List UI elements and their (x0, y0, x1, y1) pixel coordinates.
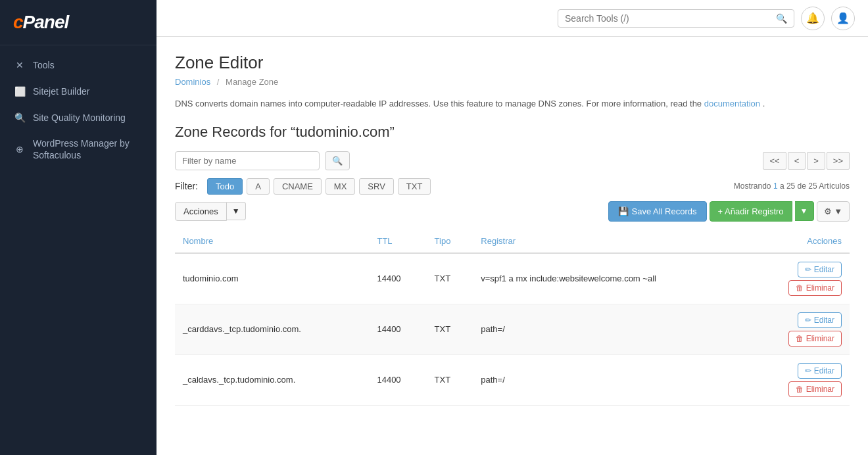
filter-tabs-row: Filter: Todo A CNAME MX SRV TXT Mostrand… (175, 178, 850, 195)
cell-ttl: 14400 (369, 304, 426, 354)
edit-button[interactable]: ✏ Editar (798, 312, 842, 328)
sidebar-item-wordpress[interactable]: ⊕ WordPress Manager by Softaculous (0, 131, 157, 168)
breadcrumb-sep: / (217, 77, 220, 87)
breadcrumb-dominios[interactable]: Dominios (175, 77, 210, 87)
delete-button[interactable]: 🗑 Eliminar (788, 280, 842, 296)
sidebar-item-label: Site Quality Monitoring (33, 112, 126, 124)
acciones-button[interactable]: Acciones (175, 202, 227, 221)
showing-from[interactable]: 1 (773, 181, 778, 191)
content-area: Zone Editor Dominios / Manage Zone DNS c… (157, 37, 868, 455)
sidebar-item-sitejet[interactable]: ⬜ Sitejet Builder (0, 78, 157, 105)
acciones-group: Acciones ▼ (175, 202, 246, 221)
search-bar[interactable]: 🔍 (558, 9, 794, 28)
actions-row: Acciones ▼ 💾 Save All Records + Añadir R… (175, 201, 850, 222)
zone-title: Zone Records for “tudominio.com” (175, 124, 850, 141)
user-button[interactable]: 👤 (831, 7, 855, 30)
filter-row: 🔍 << < > >> (175, 151, 850, 170)
pagination-next[interactable]: > (807, 152, 825, 170)
sidebar-item-tools[interactable]: ✕ Tools (0, 52, 157, 78)
table-header-row: Nombre TTL Tipo Registrar Acciones (175, 229, 850, 253)
table-row: _caldavs._tcp.tudominio.com. 14400 TXT p… (175, 354, 850, 405)
filter-search: 🔍 (175, 151, 350, 170)
col-registrar: Registrar (473, 229, 750, 253)
edit-button[interactable]: ✏ Editar (798, 262, 842, 277)
cell-acciones: ✏ Editar 🗑 Eliminar (750, 354, 850, 405)
delete-button[interactable]: 🗑 Eliminar (788, 331, 842, 347)
cell-nombre: _caldavs._tcp.tudominio.com. (175, 354, 369, 405)
sidebar-item-label: WordPress Manager by Softaculous (33, 137, 143, 161)
right-actions: 💾 Save All Records + Añadir Registro ▼ ⚙… (608, 201, 850, 222)
sidebar-item-site-quality[interactable]: 🔍 Site Quality Monitoring (0, 105, 157, 131)
cell-ttl: 14400 (369, 354, 426, 405)
cell-acciones: ✏ Editar 🗑 Eliminar (750, 253, 850, 304)
sidebar-item-label: Tools (33, 59, 55, 71)
search-icon: 🔍 (13, 111, 26, 124)
pagination-last[interactable]: >> (827, 152, 850, 170)
add-record-caret-button[interactable]: ▼ (795, 201, 814, 221)
wordpress-icon: ⊕ (13, 143, 26, 156)
top-header: 🔍 🔔 👤 (157, 0, 868, 37)
col-acciones: Acciones (750, 229, 850, 253)
acciones-caret-button[interactable]: ▼ (227, 202, 246, 220)
cpanel-logo: cPanel (13, 12, 143, 33)
info-text-main: DNS converts domain names into computer-… (175, 99, 702, 108)
cell-registrar: path=/ (473, 354, 750, 405)
cell-tipo: TXT (427, 354, 473, 405)
add-record-label: + Añadir Registro (718, 206, 784, 216)
save-all-label: Save All Records (632, 206, 697, 216)
filter-search-button[interactable]: 🔍 (325, 151, 350, 170)
sidebar-logo: cPanel (0, 0, 157, 45)
showing-prefix: Mostrando (734, 181, 771, 191)
pagination-prev[interactable]: < (788, 152, 806, 170)
cell-nombre: _carddavs._tcp.tudominio.com. (175, 304, 369, 354)
cell-nombre: tudominio.com (175, 253, 369, 304)
sitejet-icon: ⬜ (13, 85, 26, 98)
breadcrumb: Dominios / Manage Zone (175, 77, 850, 87)
cell-tipo: TXT (427, 253, 473, 304)
search-input[interactable] (565, 13, 776, 24)
col-ttl: TTL (369, 229, 426, 253)
cell-ttl: 14400 (369, 253, 426, 304)
search-icon: 🔍 (776, 13, 787, 24)
cell-acciones: ✏ Editar 🗑 Eliminar (750, 304, 850, 354)
user-icon: 👤 (836, 12, 850, 24)
cell-tipo: TXT (427, 304, 473, 354)
col-nombre: Nombre (175, 229, 369, 253)
showing-text: Mostrando 1 a 25 de 25 Artículos (734, 181, 850, 191)
cell-registrar: v=spf1 a mx include:websitewelcome.com ~… (473, 253, 750, 304)
filter-tab-cname[interactable]: CNAME (274, 178, 322, 195)
table-row: tudominio.com 14400 TXT v=spf1 a mx incl… (175, 253, 850, 304)
table-row: _carddavs._tcp.tudominio.com. 14400 TXT … (175, 304, 850, 354)
records-table: Nombre TTL Tipo Registrar Acciones tudom… (175, 229, 850, 406)
col-tipo: Tipo (427, 229, 473, 253)
showing-range: a 25 de 25 Artículos (780, 181, 850, 191)
notification-button[interactable]: 🔔 (801, 7, 825, 30)
filter-input[interactable] (175, 151, 320, 170)
breadcrumb-manage-zone: Manage Zone (226, 77, 278, 87)
filter-tab-todo[interactable]: Todo (207, 178, 243, 195)
pagination-first[interactable]: << (763, 152, 786, 170)
sidebar: cPanel ✕ Tools ⬜ Sitejet Builder 🔍 Site … (0, 0, 157, 455)
gear-icon: ⚙ (824, 206, 832, 216)
edit-button[interactable]: ✏ Editar (798, 363, 842, 379)
info-text-end: . (763, 99, 765, 108)
main-content: 🔍 🔔 👤 Zone Editor Dominios / Manage Zone… (157, 0, 868, 455)
sidebar-item-label: Sitejet Builder (33, 85, 89, 97)
save-all-records-button[interactable]: 💾 Save All Records (608, 201, 707, 222)
documentation-link[interactable]: documentation (704, 99, 760, 108)
filter-tab-txt[interactable]: TXT (398, 178, 431, 195)
filter-label: Filter: (175, 181, 198, 191)
filter-tab-srv[interactable]: SRV (359, 178, 394, 195)
cell-registrar: path=/ (473, 304, 750, 354)
page-title: Zone Editor (175, 53, 850, 73)
pagination: << < > >> (763, 152, 850, 170)
filter-tab-a[interactable]: A (247, 178, 270, 195)
bell-icon: 🔔 (806, 12, 819, 24)
add-record-button[interactable]: + Añadir Registro (710, 201, 792, 222)
gear-button[interactable]: ⚙ ▼ (817, 201, 850, 222)
delete-button[interactable]: 🗑 Eliminar (788, 381, 842, 397)
gear-caret: ▼ (834, 206, 842, 216)
save-icon: 💾 (618, 206, 629, 216)
filter-tabs-container: Filter: Todo A CNAME MX SRV TXT (175, 178, 431, 195)
filter-tab-mx[interactable]: MX (326, 178, 356, 195)
